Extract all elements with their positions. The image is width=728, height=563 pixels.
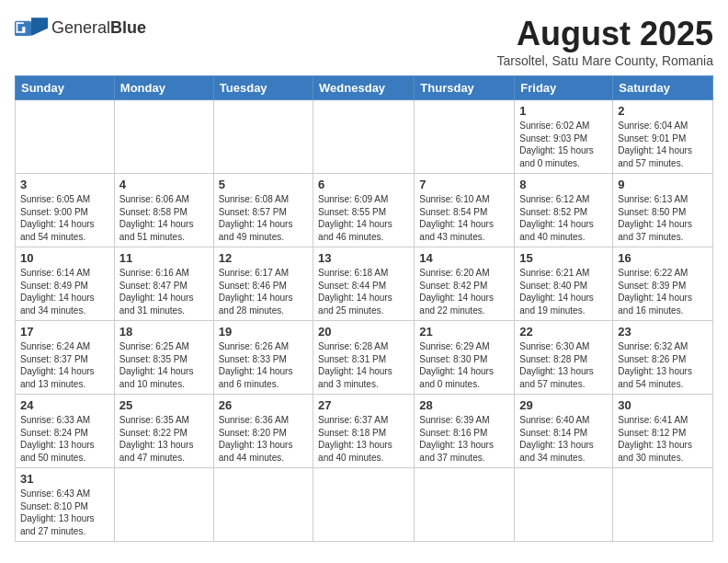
logo-text: GeneralBlue xyxy=(51,18,146,38)
location-subtitle: Tarsoltel, Satu Mare County, Romania xyxy=(496,53,713,68)
calendar-cell xyxy=(613,468,713,542)
day-number: 4 xyxy=(119,178,209,191)
month-title: August 2025 xyxy=(496,15,713,53)
calendar-cell: 27Sunrise: 6:37 AM Sunset: 8:18 PM Dayli… xyxy=(313,395,415,468)
day-number: 5 xyxy=(219,178,308,191)
day-number: 3 xyxy=(20,178,109,191)
calendar-cell: 28Sunrise: 6:39 AM Sunset: 8:16 PM Dayli… xyxy=(415,395,515,468)
calendar-cell: 6Sunrise: 6:09 AM Sunset: 8:55 PM Daylig… xyxy=(313,174,415,247)
calendar-cell: 7Sunrise: 6:10 AM Sunset: 8:54 PM Daylig… xyxy=(415,174,515,247)
day-info: Sunrise: 6:20 AM Sunset: 8:42 PM Dayligh… xyxy=(419,267,509,316)
col-header-saturday: Saturday xyxy=(613,76,713,100)
day-number: 17 xyxy=(20,325,109,339)
day-number: 14 xyxy=(419,251,509,265)
day-number: 30 xyxy=(618,398,708,412)
calendar-cell: 3Sunrise: 6:05 AM Sunset: 9:00 PM Daylig… xyxy=(16,174,115,247)
day-info: Sunrise: 6:16 AM Sunset: 8:47 PM Dayligh… xyxy=(119,267,209,316)
generalblue-logo-icon xyxy=(15,15,48,40)
week-row-4: 17Sunrise: 6:24 AM Sunset: 8:37 PM Dayli… xyxy=(16,321,713,395)
calendar-cell xyxy=(515,468,613,542)
calendar-cell: 15Sunrise: 6:21 AM Sunset: 8:40 PM Dayli… xyxy=(515,247,613,321)
calendar-cell: 16Sunrise: 6:22 AM Sunset: 8:39 PM Dayli… xyxy=(613,247,713,321)
calendar-cell: 1Sunrise: 6:02 AM Sunset: 9:03 PM Daylig… xyxy=(515,100,613,174)
calendar-cell: 12Sunrise: 6:17 AM Sunset: 8:46 PM Dayli… xyxy=(213,247,313,321)
day-info: Sunrise: 6:30 AM Sunset: 8:28 PM Dayligh… xyxy=(519,340,608,390)
calendar-cell: 19Sunrise: 6:26 AM Sunset: 8:33 PM Dayli… xyxy=(213,321,313,395)
calendar-cell: 4Sunrise: 6:06 AM Sunset: 8:58 PM Daylig… xyxy=(114,174,213,247)
logo: GeneralBlue xyxy=(15,15,146,40)
calendar-cell xyxy=(415,468,515,542)
svg-rect-3 xyxy=(17,22,18,32)
calendar-cell xyxy=(213,468,313,542)
day-number: 1 xyxy=(519,104,608,118)
calendar-header-row: SundayMondayTuesdayWednesdayThursdayFrid… xyxy=(16,76,713,100)
day-number: 29 xyxy=(519,398,608,412)
day-info: Sunrise: 6:05 AM Sunset: 9:00 PM Dayligh… xyxy=(20,193,109,243)
day-number: 6 xyxy=(318,178,409,191)
col-header-tuesday: Tuesday xyxy=(213,76,313,100)
calendar-cell: 29Sunrise: 6:40 AM Sunset: 8:14 PM Dayli… xyxy=(515,395,613,468)
day-number: 18 xyxy=(119,325,209,339)
calendar-cell: 2Sunrise: 6:04 AM Sunset: 9:01 PM Daylig… xyxy=(613,100,713,174)
page-header: GeneralBlue August 2025 Tarsoltel, Satu … xyxy=(15,15,713,68)
calendar-cell: 9Sunrise: 6:13 AM Sunset: 8:50 PM Daylig… xyxy=(613,174,713,247)
calendar-cell: 14Sunrise: 6:20 AM Sunset: 8:42 PM Dayli… xyxy=(415,247,515,321)
day-info: Sunrise: 6:37 AM Sunset: 8:18 PM Dayligh… xyxy=(318,414,409,464)
day-number: 7 xyxy=(419,178,509,191)
week-row-3: 10Sunrise: 6:14 AM Sunset: 8:49 PM Dayli… xyxy=(16,247,713,321)
day-number: 31 xyxy=(20,472,109,486)
day-number: 25 xyxy=(119,398,209,412)
day-info: Sunrise: 6:06 AM Sunset: 8:58 PM Dayligh… xyxy=(119,193,209,243)
calendar-cell xyxy=(16,100,115,174)
week-row-6: 31Sunrise: 6:43 AM Sunset: 8:10 PM Dayli… xyxy=(16,468,713,542)
calendar-cell: 8Sunrise: 6:12 AM Sunset: 8:52 PM Daylig… xyxy=(515,174,613,247)
day-info: Sunrise: 6:09 AM Sunset: 8:55 PM Dayligh… xyxy=(318,193,409,243)
day-info: Sunrise: 6:08 AM Sunset: 8:57 PM Dayligh… xyxy=(219,193,308,243)
col-header-monday: Monday xyxy=(114,76,213,100)
calendar-cell: 31Sunrise: 6:43 AM Sunset: 8:10 PM Dayli… xyxy=(16,468,115,542)
col-header-sunday: Sunday xyxy=(16,76,115,100)
day-info: Sunrise: 6:33 AM Sunset: 8:24 PM Dayligh… xyxy=(20,414,109,464)
calendar-cell xyxy=(114,100,213,174)
day-number: 12 xyxy=(219,251,308,265)
col-header-thursday: Thursday xyxy=(415,76,515,100)
day-number: 28 xyxy=(419,398,509,412)
day-info: Sunrise: 6:25 AM Sunset: 8:35 PM Dayligh… xyxy=(119,340,209,390)
svg-marker-1 xyxy=(31,17,48,36)
calendar-cell xyxy=(313,468,415,542)
col-header-friday: Friday xyxy=(515,76,613,100)
calendar-cell xyxy=(313,100,415,174)
day-info: Sunrise: 6:36 AM Sunset: 8:20 PM Dayligh… xyxy=(219,414,308,464)
day-info: Sunrise: 6:22 AM Sunset: 8:39 PM Dayligh… xyxy=(618,267,708,316)
calendar-cell xyxy=(114,468,213,542)
calendar-cell: 10Sunrise: 6:14 AM Sunset: 8:49 PM Dayli… xyxy=(16,247,115,321)
calendar-cell: 11Sunrise: 6:16 AM Sunset: 8:47 PM Dayli… xyxy=(114,247,213,321)
day-info: Sunrise: 6:10 AM Sunset: 8:54 PM Dayligh… xyxy=(419,193,509,243)
week-row-2: 3Sunrise: 6:05 AM Sunset: 9:00 PM Daylig… xyxy=(16,174,713,247)
day-info: Sunrise: 6:02 AM Sunset: 9:03 PM Dayligh… xyxy=(519,120,608,169)
day-info: Sunrise: 6:28 AM Sunset: 8:31 PM Dayligh… xyxy=(318,340,409,390)
day-number: 15 xyxy=(519,251,608,265)
day-info: Sunrise: 6:40 AM Sunset: 8:14 PM Dayligh… xyxy=(519,414,608,464)
day-number: 11 xyxy=(119,251,209,265)
calendar-title-area: August 2025 Tarsoltel, Satu Mare County,… xyxy=(496,15,713,68)
calendar-cell xyxy=(213,100,313,174)
calendar-cell: 25Sunrise: 6:35 AM Sunset: 8:22 PM Dayli… xyxy=(114,395,213,468)
day-info: Sunrise: 6:24 AM Sunset: 8:37 PM Dayligh… xyxy=(20,340,109,390)
col-header-wednesday: Wednesday xyxy=(313,76,415,100)
day-info: Sunrise: 6:12 AM Sunset: 8:52 PM Dayligh… xyxy=(519,193,608,243)
day-number: 19 xyxy=(219,325,308,339)
day-number: 8 xyxy=(519,178,608,191)
day-info: Sunrise: 6:21 AM Sunset: 8:40 PM Dayligh… xyxy=(519,267,608,316)
day-info: Sunrise: 6:43 AM Sunset: 8:10 PM Dayligh… xyxy=(20,488,109,537)
day-number: 20 xyxy=(318,325,409,339)
day-info: Sunrise: 6:14 AM Sunset: 8:49 PM Dayligh… xyxy=(20,267,109,316)
day-info: Sunrise: 6:32 AM Sunset: 8:26 PM Dayligh… xyxy=(618,340,708,390)
day-info: Sunrise: 6:17 AM Sunset: 8:46 PM Dayligh… xyxy=(219,267,308,316)
day-number: 10 xyxy=(20,251,109,265)
day-info: Sunrise: 6:39 AM Sunset: 8:16 PM Dayligh… xyxy=(419,414,509,464)
day-number: 23 xyxy=(618,325,708,339)
day-info: Sunrise: 6:41 AM Sunset: 8:12 PM Dayligh… xyxy=(618,414,708,464)
svg-rect-5 xyxy=(22,27,25,33)
calendar-cell: 24Sunrise: 6:33 AM Sunset: 8:24 PM Dayli… xyxy=(16,395,115,468)
